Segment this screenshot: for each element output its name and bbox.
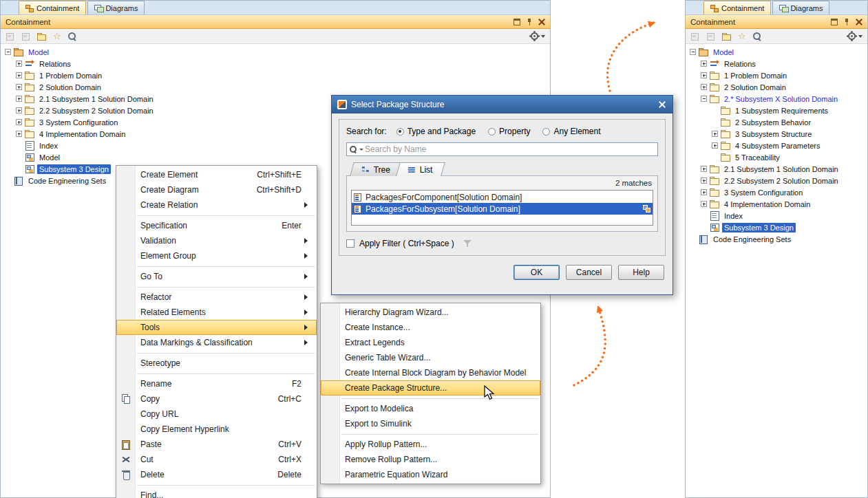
- float-window-icon[interactable]: [514, 19, 520, 25]
- menu-item[interactable]: Create Element Ctrl+Shift+E: [116, 167, 317, 182]
- panel-tab[interactable]: Diagrams: [87, 1, 145, 14]
- menu-item[interactable]: Related Elements: [116, 305, 317, 320]
- submenu-item[interactable]: Hierarchy Diagram Wizard...: [321, 305, 540, 320]
- tree-toggle-icon[interactable]: [16, 72, 22, 78]
- tree-item[interactable]: 1 Subsystem Requirements: [686, 105, 867, 116]
- tree-item[interactable]: 3 Subsystem Structure: [686, 128, 867, 140]
- tree-toggle-icon[interactable]: [701, 177, 707, 184]
- panel-tab[interactable]: Containment: [19, 1, 86, 14]
- tree-toggle-icon[interactable]: [16, 107, 22, 113]
- result-item[interactable]: PackagesForComponent[Solution Domain]: [352, 191, 653, 203]
- favorites-star-icon[interactable]: ☆: [738, 32, 746, 41]
- tree-toggle-icon[interactable]: [16, 61, 22, 67]
- close-icon[interactable]: [538, 19, 545, 25]
- submenu-item[interactable]: Create Internal Block Diagram by Behavio…: [321, 365, 540, 380]
- menu-item[interactable]: Create Relation: [116, 197, 317, 213]
- tree-item[interactable]: 2 Subsystem Behavior: [686, 116, 867, 128]
- dialog-titlebar[interactable]: Select Package Structure: [332, 96, 673, 113]
- submenu-item[interactable]: Export to Simulink: [321, 416, 540, 431]
- dialog-button[interactable]: OK: [514, 265, 560, 280]
- menu-item[interactable]: Go To: [116, 269, 317, 284]
- tree-toggle-icon[interactable]: [690, 49, 696, 55]
- tree-item[interactable]: 4 Implementation Domain: [686, 198, 867, 210]
- submenu-item[interactable]: Extract Legends: [321, 335, 540, 350]
- tree-toggle-icon[interactable]: [701, 96, 707, 102]
- result-view-tab[interactable]: List: [396, 162, 445, 176]
- apply-filter-checkbox[interactable]: [346, 239, 354, 248]
- tree-toggle-icon[interactable]: [701, 189, 707, 195]
- menu-item[interactable]: Cut Ctrl+X: [116, 452, 317, 467]
- result-view-tab[interactable]: Tree: [350, 162, 403, 176]
- tree-item[interactable]: 2 Solution Domain: [1, 81, 550, 93]
- tree-item[interactable]: Relations: [1, 58, 550, 69]
- tree-item[interactable]: 2 Solution Domain: [686, 81, 867, 93]
- open-diagram-icon[interactable]: [37, 32, 47, 41]
- tree-item[interactable]: Model: [686, 46, 867, 58]
- dialog-button[interactable]: Help: [618, 265, 664, 280]
- radio-option[interactable]: Property: [488, 127, 530, 136]
- menu-item[interactable]: Data Markings & Classification: [116, 335, 317, 350]
- gear-icon[interactable]: [848, 32, 856, 40]
- tree-item[interactable]: 1 Problem Domain: [686, 69, 867, 81]
- submenu-item[interactable]: Parametric Equation Wizard: [321, 467, 540, 482]
- submenu-item[interactable]: Apply Rollup Pattern...: [321, 437, 540, 452]
- tree-toggle-icon[interactable]: [701, 84, 707, 90]
- menu-item[interactable]: Element Group: [116, 248, 317, 263]
- radio-option[interactable]: Any Element: [542, 127, 600, 136]
- tree-toggle-icon[interactable]: [712, 142, 718, 149]
- tree-item[interactable]: 2.* Subsystem X Solution Domain: [686, 93, 867, 105]
- tree-item[interactable]: 2.1 Subsystem 1 Solution Domain: [686, 163, 867, 175]
- tree-item[interactable]: Model: [1, 46, 550, 58]
- menu-item[interactable]: Create Diagram Ctrl+Shift+D: [116, 182, 317, 197]
- menu-item[interactable]: Paste Ctrl+V: [116, 437, 317, 452]
- tree-toggle-icon[interactable]: [701, 61, 707, 67]
- radio-option[interactable]: Type and Package: [396, 127, 476, 136]
- menu-item[interactable]: Rename F2: [116, 376, 317, 391]
- menu-item[interactable]: Validation: [116, 233, 317, 248]
- gear-icon[interactable]: [531, 32, 538, 40]
- tree-item[interactable]: 1 Problem Domain: [1, 69, 550, 81]
- tree-toggle-icon[interactable]: [16, 84, 22, 90]
- submenu-item[interactable]: Generic Table Wizard...: [321, 350, 540, 365]
- tree-toggle-icon[interactable]: [16, 96, 22, 102]
- tree-item[interactable]: Index: [686, 210, 867, 221]
- tree-toggle-icon[interactable]: [712, 131, 718, 137]
- close-icon[interactable]: [856, 19, 862, 25]
- pin-icon[interactable]: [526, 19, 533, 25]
- search-icon[interactable]: [67, 32, 77, 41]
- chevron-down-icon[interactable]: [858, 35, 862, 38]
- search-icon[interactable]: [350, 146, 358, 154]
- submenu-item[interactable]: Create Instance...: [321, 320, 540, 335]
- panel-tab[interactable]: Diagrams: [772, 1, 829, 14]
- favorites-star-icon[interactable]: ☆: [53, 32, 61, 41]
- menu-item[interactable]: Tools: [116, 320, 317, 335]
- float-window-icon[interactable]: [831, 19, 838, 25]
- tree-item[interactable]: Code Engineering Sets: [686, 233, 867, 245]
- submenu-item[interactable]: Remove Rollup Pattern...: [321, 452, 540, 467]
- search-options-caret-icon[interactable]: [359, 149, 363, 151]
- menu-item[interactable]: Copy Element Hyperlink: [116, 422, 317, 437]
- menu-item[interactable]: Find...: [116, 488, 317, 498]
- menu-item[interactable]: Copy Ctrl+C: [116, 391, 317, 407]
- tree-toggle-icon[interactable]: [701, 72, 707, 78]
- dialog-button[interactable]: Cancel: [566, 265, 612, 280]
- tree-toggle-icon[interactable]: [16, 119, 22, 125]
- tree-item[interactable]: Subsystem 3 Design: [686, 221, 867, 233]
- tree-toggle-icon[interactable]: [5, 49, 11, 55]
- tree-item[interactable]: Relations: [686, 58, 867, 69]
- tree-item[interactable]: 2.2 Subsystem 2 Solution Domain: [686, 175, 867, 186]
- chevron-down-icon[interactable]: [541, 35, 545, 38]
- panel-tab[interactable]: Containment: [703, 1, 771, 14]
- tree-toggle-icon[interactable]: [16, 131, 22, 137]
- tree-item[interactable]: 5 Traceability: [686, 151, 867, 163]
- search-input[interactable]: [365, 144, 657, 154]
- menu-item[interactable]: Refactor: [116, 290, 317, 305]
- menu-item[interactable]: Delete Delete: [116, 467, 317, 482]
- result-item[interactable]: PackagesForSubsystem[Solution Domain]: [352, 203, 653, 215]
- open-diagram-icon[interactable]: [722, 32, 732, 41]
- tree-toggle-icon[interactable]: [701, 201, 707, 207]
- tree-item[interactable]: 3 System Configuration: [686, 186, 867, 198]
- submenu-item[interactable]: Export to Modelica: [321, 401, 540, 416]
- pin-icon[interactable]: [843, 19, 850, 25]
- tree-toggle-icon[interactable]: [701, 166, 707, 172]
